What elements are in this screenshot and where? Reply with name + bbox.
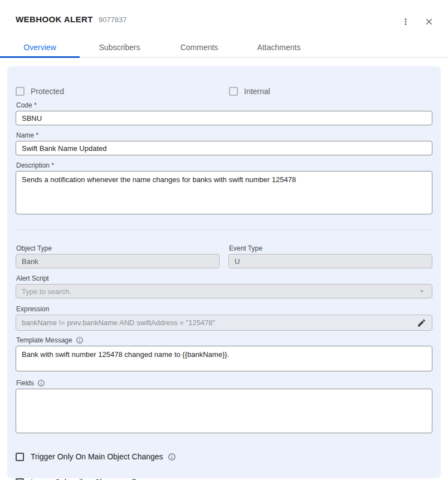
internal-label: Internal xyxy=(244,87,270,96)
info-icon xyxy=(168,453,176,461)
object-type-input xyxy=(16,254,220,268)
record-id: 9077837 xyxy=(99,16,127,24)
description-label: Description * xyxy=(16,161,432,169)
tab-attachments[interactable]: Attachments xyxy=(239,37,319,57)
internal-checkbox xyxy=(229,87,238,96)
protected-checkbox xyxy=(16,87,25,96)
tab-subscribers[interactable]: Subscribers xyxy=(80,37,159,57)
dialog-header: WEBHOOK ALERT 9077837 xyxy=(0,0,448,27)
tab-bar: Overview Subscribers Comments Attachment… xyxy=(0,37,448,58)
name-label: Name * xyxy=(16,131,432,139)
name-input[interactable] xyxy=(16,141,432,155)
code-input[interactable] xyxy=(16,111,432,125)
tab-comments[interactable]: Comments xyxy=(159,37,239,57)
info-icon xyxy=(76,336,84,344)
template-message-textarea[interactable]: Bank with swift number 125478 changed na… xyxy=(16,346,432,371)
alert-script-select: Type to search. xyxy=(16,284,432,298)
tab-overview[interactable]: Overview xyxy=(0,37,80,57)
info-icon xyxy=(37,379,45,387)
ignore-subscriber-label: Ignore Subscriber Changes xyxy=(31,478,125,480)
code-label: Code * xyxy=(16,101,432,109)
info-icon xyxy=(130,478,138,480)
ignore-subscriber-checkbox[interactable] xyxy=(16,478,24,480)
chevron-down-icon xyxy=(417,287,426,297)
close-icon[interactable] xyxy=(423,16,435,27)
expression-field: bankName != prev.bankName AND swiftAddre… xyxy=(16,315,432,331)
fields-label: Fields xyxy=(16,379,34,387)
kebab-menu-icon[interactable] xyxy=(400,16,411,27)
expression-value: bankName != prev.bankName AND swiftAddre… xyxy=(22,319,215,327)
alert-script-label: Alert Script xyxy=(16,275,432,282)
page-title: WEBHOOK ALERT xyxy=(16,14,93,24)
object-type-label: Object Type xyxy=(16,244,220,252)
event-type-input xyxy=(228,254,432,268)
alert-script-placeholder: Type to search. xyxy=(22,287,71,296)
overview-panel: Protected Internal Code * Name * Descrip… xyxy=(7,66,441,478)
edit-pencil-icon[interactable] xyxy=(417,318,426,327)
protected-label: Protected xyxy=(31,87,64,96)
trigger-only-checkbox[interactable] xyxy=(16,453,24,461)
template-message-label: Template Message xyxy=(16,336,72,344)
description-textarea[interactable]: Sends a notification whenever the name c… xyxy=(16,171,432,214)
expression-label: Expression xyxy=(16,305,432,313)
section-divider xyxy=(16,229,432,230)
trigger-only-label: Trigger Only On Main Object Changes xyxy=(31,452,163,461)
fields-textarea[interactable] xyxy=(16,389,432,433)
event-type-label: Event Type xyxy=(229,244,432,252)
